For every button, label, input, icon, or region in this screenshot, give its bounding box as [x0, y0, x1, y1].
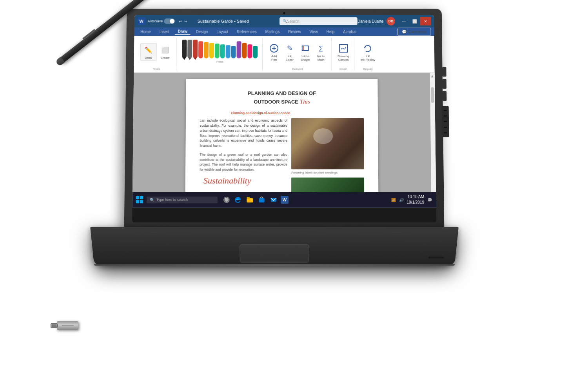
taskbar-cortana-icon[interactable]: 🔘 [221, 195, 231, 204]
autosave-toggle[interactable] [164, 18, 175, 24]
redo-icon[interactable]: ↪ [184, 19, 187, 24]
insert-label: Insert [339, 67, 347, 71]
taskbar-store-icon[interactable] [257, 195, 267, 204]
pen-dark-blue[interactable] [231, 46, 236, 58]
share-button[interactable]: ↗ Share [370, 27, 394, 36]
taskbar-wifi-icon: 📶 [391, 198, 396, 202]
taskbar-edge-icon[interactable] [233, 195, 243, 204]
comments-icon: 💬 [402, 29, 407, 34]
search-icon: 🔍 [283, 19, 287, 23]
taskbar-right: 📶 🔊 10:10 AM 10/1/2019 💬 [391, 194, 436, 205]
taskbar-search-icon: 🔍 [150, 198, 154, 202]
minimize-button[interactable]: — [398, 17, 409, 25]
taskbar-search[interactable]: 🔍 Type here to search [147, 197, 218, 203]
tools-label: Tools [153, 67, 160, 71]
pen-teal2[interactable] [253, 46, 258, 58]
search-box[interactable]: 🔍 Search [279, 17, 358, 25]
doc-title-line2: OUTDOOR SPACE [254, 98, 298, 106]
add-pen-button[interactable]: Add Pen [267, 42, 281, 62]
taskbar-center: 🔘 [221, 195, 289, 204]
ribbon-group-insert: Drawing Canvas Insert [332, 37, 354, 71]
speaker-hole-5 [444, 132, 447, 133]
ink-to-math-button[interactable]: ∑ Ink to Math [314, 42, 328, 62]
taskbar-word-icon[interactable]: W [281, 196, 289, 204]
doc-scrollbar[interactable]: ▲ ▼ [430, 73, 436, 200]
add-pen-icon [269, 43, 279, 54]
notification-icon[interactable]: 💬 [427, 198, 432, 202]
ribbon: ✏️ Draw ⬜ Eraser Tools [134, 36, 434, 73]
scene: W AutoSave ↩ ↪ Sustainable Garde • Saved [0, 0, 588, 377]
pen-teal[interactable] [220, 44, 225, 58]
speaker-hole-3 [444, 121, 447, 122]
pen-black[interactable] [182, 40, 187, 58]
time-display: 10:10 AM [407, 194, 424, 200]
img-caption-1: Preparing labels for plant seedlings. [291, 171, 364, 175]
volume-down-button[interactable] [443, 91, 446, 101]
draw-icon: ✏️ [143, 44, 154, 55]
scrollbar-thumb[interactable] [431, 87, 434, 103]
pen-blue[interactable] [226, 45, 230, 58]
volume-up-button[interactable] [443, 79, 446, 89]
undo-icon[interactable]: ↩ [179, 19, 182, 24]
pen-yellow[interactable] [209, 43, 214, 58]
maximize-button[interactable]: ⬜ [409, 17, 420, 25]
pen-purple[interactable] [237, 41, 241, 58]
side-buttons [442, 67, 447, 101]
convert-label: Convert [292, 67, 303, 71]
tab-review[interactable]: Review [285, 29, 304, 35]
laptop-screen-panel: W AutoSave ↩ ↪ Sustainable Garde • Saved [124, 9, 445, 230]
windows-icon [136, 196, 143, 203]
doc-scroll[interactable]: PLANNING AND DESIGN OF OUTDOOR SPACE Thi… [132, 73, 432, 200]
ink-to-shape-button[interactable]: Ink to Shape [298, 42, 313, 62]
ink-replay-button[interactable]: Ink Ink Replay [358, 42, 377, 62]
taskbar-volume-icon[interactable]: 🔊 [399, 198, 403, 202]
scroll-up-icon[interactable]: ▲ [429, 73, 436, 79]
image1-bg [291, 118, 364, 169]
tab-layout[interactable]: Layout [213, 29, 231, 35]
tab-insert[interactable]: Insert [156, 29, 172, 35]
insert-buttons: Drawing Canvas [336, 37, 351, 66]
bottom-edge [94, 264, 455, 266]
pen-gray[interactable] [187, 40, 192, 58]
svg-rect-6 [136, 196, 139, 199]
drawing-canvas-button[interactable]: Drawing Canvas [336, 42, 351, 62]
pen-dark-orange[interactable] [242, 43, 247, 58]
content-row: can include ecological, social and econo… [199, 118, 365, 200]
ink-editor-button[interactable]: ✎ Ink Editor [282, 42, 297, 62]
ribbon-tabs: Home Insert Draw Design Layout Reference… [134, 27, 434, 36]
tab-mailings[interactable]: Mailings [262, 29, 283, 35]
pen-red[interactable] [193, 40, 198, 58]
doc-strikethrough: Planning and design of outdoor space [231, 111, 290, 115]
comments-button[interactable]: 💬 Comments [397, 27, 431, 36]
tab-references[interactable]: References [234, 29, 260, 35]
pen-light-red[interactable] [198, 41, 203, 58]
tab-home[interactable]: Home [137, 29, 154, 35]
svg-rect-13 [271, 198, 276, 202]
tab-draw[interactable]: Draw [174, 28, 190, 35]
eraser-button[interactable]: ⬜ Eraser [157, 44, 173, 60]
tab-help[interactable]: Help [323, 29, 338, 35]
strikethrough-row: Planning and design of outdoor space [231, 109, 333, 116]
windows-start-button[interactable] [135, 195, 144, 204]
draw-button[interactable]: ✏️ Draw [140, 43, 157, 61]
taskbar-mail-icon[interactable] [269, 195, 278, 204]
tab-design[interactable]: Design [193, 29, 211, 35]
ink-to-math-icon: ∑ [316, 43, 327, 54]
pen-orange[interactable] [204, 42, 209, 58]
title-bar: W AutoSave ↩ ↪ Sustainable Garde • Saved [134, 15, 434, 27]
doc-handwritten-this: This [300, 98, 310, 105]
doc-image-1 [291, 118, 364, 169]
taskbar-explorer-icon[interactable] [245, 195, 254, 204]
replay-label-bottom: Replay [363, 67, 373, 71]
close-button[interactable]: ✕ [420, 17, 431, 25]
power-button[interactable] [442, 67, 446, 77]
pen-green[interactable] [215, 44, 220, 58]
filename: Sustainable Garde • Saved [198, 19, 249, 24]
pen-pink[interactable] [247, 44, 252, 58]
handwriting-sustainability: Sustainability [200, 175, 287, 186]
tab-acrobat[interactable]: Acrobat [340, 29, 359, 35]
title-bar-left: W AutoSave ↩ ↪ Sustainable Garde • Saved [138, 17, 280, 25]
replay-label: Ink Replay [360, 58, 375, 61]
tab-view[interactable]: View [307, 29, 321, 35]
touchpad[interactable] [240, 244, 309, 263]
